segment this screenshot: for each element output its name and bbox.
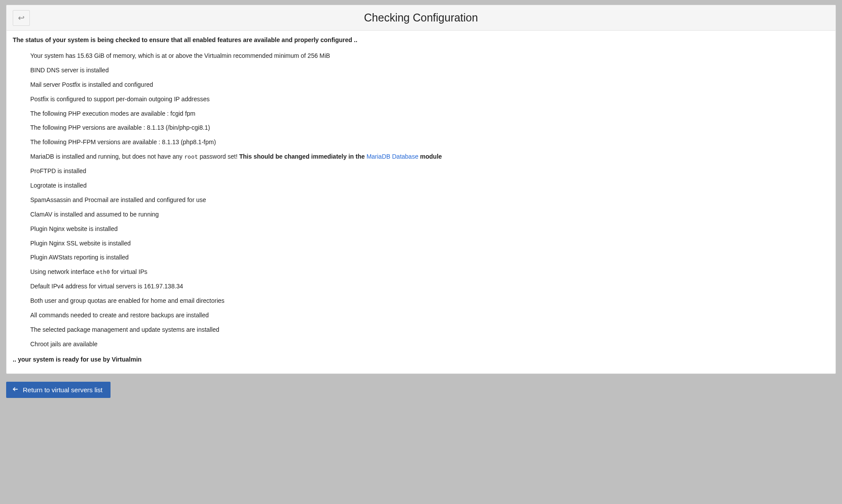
check-nginx-ssl: Plugin Nginx SSL website is installed xyxy=(13,236,829,251)
check-ipv4: Default IPv4 address for virtual servers… xyxy=(13,279,829,294)
check-quotas: Both user and group quotas are enabled f… xyxy=(13,294,829,308)
check-interface: Using network interface eth0 for virtual… xyxy=(13,265,829,279)
back-button[interactable]: ↩ xyxy=(13,10,30,26)
check-php-modes: The following PHP execution modes are av… xyxy=(13,106,829,121)
check-nginx: Plugin Nginx website is installed xyxy=(13,222,829,236)
mariadb-text-pre: MariaDB is installed and running, but do… xyxy=(30,153,184,160)
panel-header: ↩ Checking Configuration xyxy=(7,5,835,31)
panel-body: The status of your system is being check… xyxy=(7,31,835,373)
check-logrotate: Logrotate is installed xyxy=(13,178,829,193)
check-bind: BIND DNS server is installed xyxy=(13,63,829,78)
iface-text-pre: Using network interface xyxy=(30,268,96,275)
check-clamav: ClamAV is installed and assumed to be ru… xyxy=(13,207,829,222)
check-proftpd: ProFTPD is installed xyxy=(13,164,829,178)
check-backups: All commands needed to create and restor… xyxy=(13,308,829,323)
mariadb-database-link[interactable]: MariaDB Database xyxy=(367,153,418,160)
mariadb-text-post: password set! xyxy=(198,153,239,160)
arrow-left-icon xyxy=(12,386,18,394)
return-arrow-icon: ↩ xyxy=(18,14,25,22)
page-title: Checking Configuration xyxy=(364,11,478,24)
check-postfix-ip: Postfix is configured to support per-dom… xyxy=(13,92,829,106)
check-awstats: Plugin AWStats reporting is installed xyxy=(13,250,829,265)
iface-code-eth0: eth0 xyxy=(96,269,110,275)
check-memory: Your system has 15.63 GiB of memory, whi… xyxy=(13,49,829,63)
mariadb-code-root: root xyxy=(184,153,198,160)
config-check-panel: ↩ Checking Configuration The status of y… xyxy=(6,5,836,374)
intro-text: The status of your system is being check… xyxy=(13,36,829,43)
check-packages: The selected package management and upda… xyxy=(13,323,829,337)
check-mariadb: MariaDB is installed and running, but do… xyxy=(13,149,829,164)
return-button-label: Return to virtual servers list xyxy=(23,386,103,394)
iface-text-post: for virtual IPs xyxy=(110,268,148,275)
check-chroot: Chroot jails are available xyxy=(13,337,829,351)
outro-text: .. your system is ready for use by Virtu… xyxy=(13,356,829,363)
mariadb-bold-pre: This should be changed immediately in th… xyxy=(239,153,366,160)
mariadb-bold-post: module xyxy=(418,153,442,160)
check-spam: SpamAssassin and Procmail are installed … xyxy=(13,193,829,207)
return-button[interactable]: Return to virtual servers list xyxy=(6,382,111,398)
footer: Return to virtual servers list xyxy=(6,382,836,398)
check-php-versions: The following PHP versions are available… xyxy=(13,121,829,135)
check-php-fpm: The following PHP-FPM versions are avail… xyxy=(13,135,829,149)
check-postfix: Mail server Postfix is installed and con… xyxy=(13,78,829,92)
